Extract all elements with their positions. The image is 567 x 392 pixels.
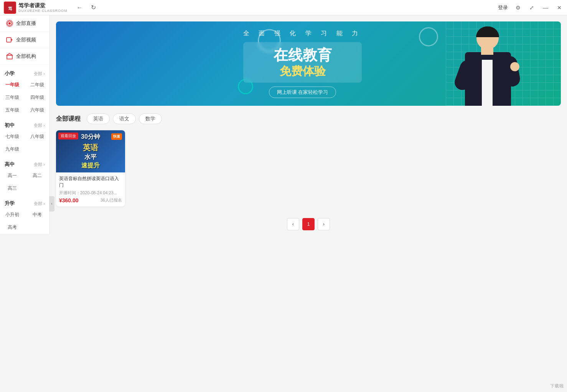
app-title-cn: 笃学者课堂 [18,2,68,9]
banner-line1: 在线教育 [252,47,353,64]
grade-high3[interactable]: 高三 [0,182,25,195]
svg-rect-7 [7,55,12,59]
course-footer-1: ¥360.00 36人已报名 [59,197,122,203]
sidebar-item-broadcast[interactable]: 全部直播 [0,15,49,32]
svg-rect-5 [7,38,11,42]
section-middle-title: 初中 [5,122,15,129]
section-upgrade: 升学 全部 › 小升初 中考 高考 [0,195,49,234]
svg-marker-6 [11,39,13,41]
section-primary: 小学 全部 › 一年级 二年级 三年级 四年级 五年级 六年级 [0,65,49,116]
institution-icon [6,53,13,60]
login-button[interactable]: 登录 [498,4,508,11]
grade-7[interactable]: 七年级 [0,130,25,143]
section-middle-header: 初中 全部 › [0,120,49,130]
section-upgrade-all[interactable]: 全部 › [34,201,45,207]
primary-grades: 一年级 二年级 三年级 四年级 五年级 六年级 [0,79,49,116]
grade-2[interactable]: 二年级 [25,79,50,91]
svg-text:笃: 笃 [8,6,12,11]
grade-high1[interactable]: 高一 [0,169,25,182]
filter-chinese[interactable]: 语文 [113,113,136,124]
middle-grades: 七年级 八年级 九年级 [0,130,49,156]
banner: 全 面 强 化 学 习 能 力 在线教育 免费体验 网上听课 在家轻松学习 [56,21,561,106]
grade-6[interactable]: 六年级 [25,104,50,116]
grade-4[interactable]: 四年级 [25,91,50,104]
video-label: 全部视频 [16,36,36,43]
grade-high2[interactable]: 高二 [25,169,50,182]
institution-label: 全部机构 [16,53,36,60]
titlebar: 笃 笃学者课堂 DUXUEZHE CLASSROOM ← ↻ 登录 ⚙ ⤢ — … [0,0,567,15]
grade-3[interactable]: 三年级 [0,91,25,104]
section-high-title: 高中 [5,161,15,168]
banner-person [453,23,522,106]
watermark: 下载啦 [550,383,564,389]
course-card-1[interactable]: 观看回放 30分钟 英语 水平 速提升 [56,130,125,207]
app-logo: 笃 笃学者课堂 DUXUEZHE CLASSROOM [4,2,68,14]
grade-primary-to-middle[interactable]: 小升初 [0,208,25,221]
course-meta-1: 开播时间：2020-08-24 04:23... [59,190,122,196]
refresh-button[interactable]: ↻ [89,3,98,12]
next-page-button[interactable]: › [318,218,330,230]
course-enrolled-1: 36人已报名 [101,197,122,203]
course-grid: 观看回放 30分钟 英语 水平 速提升 [56,130,561,207]
section-middle-all[interactable]: 全部 › [34,123,45,128]
section-high-header: 高中 全部 › [0,159,49,169]
grade-college-exam[interactable]: 高考 [0,221,25,234]
grade-middle-exam[interactable]: 中考 [25,208,50,221]
nav-controls: ← ↻ [75,3,98,12]
back-button[interactable]: ← [75,3,84,12]
settings-button[interactable]: ⚙ [514,4,522,11]
broadcast-icon [6,20,13,27]
course-title-1: 英语音标自然拼读英语口语入门 [59,175,122,189]
sidebar-item-video[interactable]: 全部视频 [0,32,49,48]
svg-point-2 [8,22,11,25]
filter-tabs: 英语 语文 数学 [87,113,162,124]
page-1-button[interactable]: 1 [302,218,315,230]
course-price-1: ¥360.00 [59,197,79,203]
section-upgrade-header: 升学 全部 › [0,198,49,208]
section-primary-all[interactable]: 全部 › [34,71,45,77]
sidebar: 全部直播 全部视频 全部机构 小学 全部 › [0,15,50,234]
section-primary-title: 小学 [5,70,15,77]
course-info-1: 英语音标自然拼读英语口语入门 开播时间：2020-08-24 04:23... … [56,172,125,207]
section-high: 高中 全部 › 高一 高二 高三 [0,156,49,195]
course-overlay-1: 观看回放 [58,133,78,139]
grade-1[interactable]: 一年级 [0,79,25,91]
upgrade-grades: 小升初 中考 高考 [0,208,49,234]
logo-icon: 笃 [4,2,16,14]
filter-english[interactable]: 英语 [87,113,110,124]
titlebar-right: 登录 ⚙ ⤢ — ✕ [498,4,563,11]
logo-text: 笃学者课堂 DUXUEZHE CLASSROOM [18,2,68,13]
sidebar-collapse-button[interactable]: ‹ [49,196,54,212]
banner-content: 全 面 强 化 学 习 能 力 在线教育 免费体验 网上听课 在家轻松学习 [243,30,362,98]
course-section-title: 全部课程 [56,115,81,123]
minimize-button[interactable]: — [542,4,549,11]
course-section: 全部课程 英语 语文 数学 观看回放 [56,113,561,238]
sidebar-wrapper: 全部直播 全部视频 全部机构 小学 全部 › [0,15,50,392]
grade-9[interactable]: 九年级 [0,143,25,156]
course-section-header: 全部课程 英语 语文 数学 [56,113,561,124]
fast-badge-1: 快速 [111,133,122,140]
banner-line2: 免费体验 [252,64,353,78]
close-button[interactable]: ✕ [555,4,563,11]
filter-math[interactable]: 数学 [139,113,162,124]
section-primary-header: 小学 全部 › [0,68,49,79]
high-grades: 高一 高二 高三 [0,169,49,195]
prev-page-button[interactable]: ‹ [287,218,299,230]
app-title-en: DUXUEZHE CLASSROOM [18,9,68,13]
video-icon [6,36,13,43]
banner-sub: 网上听课 在家轻松学习 [269,86,336,98]
sidebar-item-institution[interactable]: 全部机构 [0,48,49,65]
pagination: ‹ 1 › [56,218,561,238]
section-high-all[interactable]: 全部 › [34,162,45,167]
broadcast-label: 全部直播 [16,20,36,27]
main-layout: 全部直播 全部视频 全部机构 小学 全部 › [0,15,567,392]
section-upgrade-title: 升学 [5,200,15,207]
svg-marker-8 [7,53,12,55]
grade-8[interactable]: 八年级 [25,130,50,143]
banner-slogan: 全 面 强 化 学 习 能 力 [243,30,362,38]
section-middle: 初中 全部 › 七年级 八年级 九年级 [0,116,49,156]
expand-button[interactable]: ⤢ [528,4,536,11]
course-thumb-1: 观看回放 30分钟 英语 水平 速提升 [56,130,125,172]
content-area: 全 面 强 化 学 习 能 力 在线教育 免费体验 网上听课 在家轻松学习 [50,15,567,392]
grade-5[interactable]: 五年级 [0,104,25,116]
